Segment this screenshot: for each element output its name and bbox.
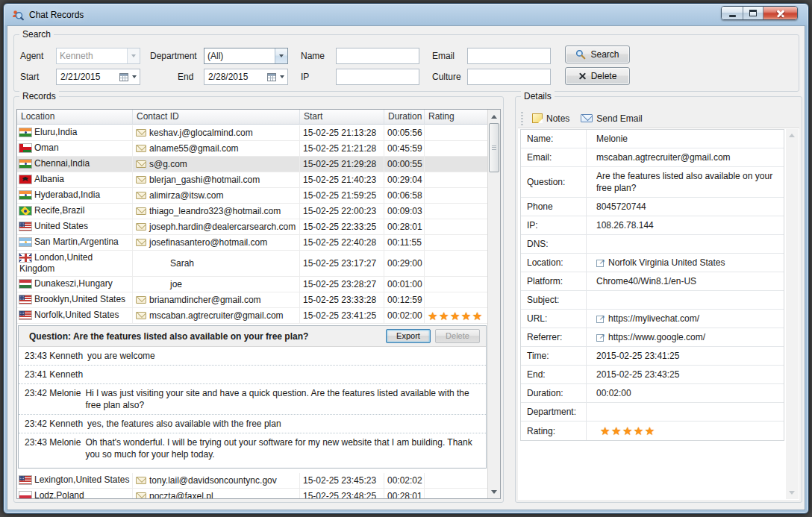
scroll-up-button[interactable] — [488, 110, 500, 122]
table-row[interactable]: London,United Kingdom Sarah 15-02-25 23:… — [17, 251, 487, 277]
detail-field-label: URL: — [521, 310, 587, 328]
export-button[interactable]: Export — [386, 329, 431, 343]
scroll-down-button[interactable] — [488, 486, 500, 498]
table-row[interactable]: Hyderabad,India alimirza@itsw.com 15-02-… — [17, 188, 487, 204]
table-row[interactable]: Lexington,United States tony.lail@davids… — [17, 473, 487, 489]
table-row[interactable]: Norfolk,United States mscaban.agtrecruit… — [17, 308, 487, 324]
maximize-button[interactable] — [743, 7, 763, 19]
table-row[interactable]: Dunakeszi,Hungary joe 15-02-25 23:28:27 … — [17, 277, 487, 292]
detail-field-row: Referrer: https://www.google.com/ — [521, 328, 784, 347]
agent-combobox[interactable]: Kenneth — [56, 48, 140, 64]
detail-field-text: Melonie — [596, 133, 628, 145]
location-text: Brooklyn,United States — [34, 294, 125, 304]
detail-field-value[interactable]: Norfolk Virginia United States — [587, 254, 784, 272]
column-header-start[interactable]: Start — [300, 110, 384, 124]
country-flag-icon — [19, 222, 31, 231]
duration-cell: 00:11:55 — [384, 235, 425, 250]
ip-input[interactable] — [336, 69, 419, 85]
duration-cell: 00:05:56 — [384, 125, 425, 140]
table-row[interactable]: United States joseph.hardin@dealercarsea… — [17, 219, 487, 235]
table-row[interactable]: Brooklyn,United States brianamdincher@gm… — [17, 292, 487, 308]
detail-field-row: Location: Norfolk Virginia United States — [521, 254, 784, 272]
detail-field-value: 00:02:00 — [587, 384, 784, 402]
detail-field-text: 8045720744 — [596, 201, 646, 213]
start-cell: 15-02-25 21:13:28 — [300, 125, 384, 140]
search-icon — [575, 49, 586, 60]
duration-cell: 00:12:59 — [384, 292, 425, 307]
chat-delete-button[interactable]: Delete — [435, 329, 480, 343]
detail-field-label: IP: — [521, 216, 587, 234]
department-combobox[interactable]: (All) — [204, 48, 288, 64]
start-date-picker[interactable]: 2/21/2015 — [56, 69, 140, 85]
detail-field-text: 2015-02-25 23:41:25 — [596, 350, 679, 362]
column-header-duration[interactable]: Duration — [384, 110, 425, 124]
detail-field-label: Department: — [521, 403, 587, 421]
column-header-location[interactable]: Location — [17, 110, 133, 124]
title-bar[interactable]: Chat Records — [4, 4, 808, 23]
detail-field-value[interactable]: https://www.google.com/ — [587, 328, 784, 346]
location-cell: Oman — [17, 141, 133, 156]
location-text: Recife,Brazil — [34, 205, 84, 216]
name-input[interactable] — [336, 48, 419, 64]
notes-button[interactable]: Notes — [528, 112, 573, 125]
table-row[interactable]: Lodz,Poland poczta@faxel.pl 15-02-25 23:… — [17, 489, 487, 499]
client-area: Search Agent Kenneth Department (All) Na… — [7, 25, 805, 510]
culture-input[interactable] — [467, 69, 551, 85]
detail-field-value: 108.26.78.144 — [587, 216, 784, 234]
details-scrollbar[interactable] — [786, 129, 799, 499]
email-icon — [136, 223, 146, 231]
table-row[interactable]: Chennai,India s@g.com 15-02-25 21:29:28 … — [17, 157, 487, 172]
column-header-contact-id[interactable]: Contact ID — [133, 110, 300, 124]
start-cell: 15-02-25 21:29:28 — [300, 157, 384, 172]
contact-text: Sarah — [170, 258, 194, 269]
detail-field-label: End: — [521, 366, 587, 383]
scrollbar-thumb[interactable] — [489, 123, 499, 172]
detail-field-value[interactable]: https://mylivechat.com/ — [587, 310, 784, 328]
email-input[interactable] — [467, 48, 551, 64]
rating-cell — [425, 235, 487, 250]
chat-message-text: yes, the features also available with th… — [87, 418, 484, 430]
chat-message-text: Oh that's wonderful. I will be trying ou… — [85, 436, 484, 460]
delete-x-icon — [578, 72, 587, 81]
close-button[interactable] — [763, 7, 797, 19]
location-text: Lodz,Poland — [34, 490, 84, 499]
detail-field-text: 2015-02-25 23:43:25 — [596, 369, 679, 380]
location-text: Hyderabad,India — [34, 189, 100, 200]
minimize-button[interactable] — [722, 7, 743, 19]
table-row[interactable]: Recife,Brazil thiago_leandro323@hotmail.… — [17, 204, 487, 219]
send-email-button[interactable]: Send Email — [577, 112, 646, 125]
detail-field-text: 00:02:00 — [596, 387, 631, 399]
notes-button-label: Notes — [546, 113, 569, 124]
minimize-icon — [729, 15, 736, 17]
table-row[interactable]: Albania blerjan_gashi@hotmail.com 15-02-… — [17, 172, 487, 188]
search-group-label: Search — [19, 29, 54, 40]
details-toolbar: Notes Send Email — [518, 109, 799, 128]
department-dropdown-arrow-icon — [275, 48, 287, 63]
detail-field-text: https://www.google.com/ — [608, 331, 705, 343]
delete-button[interactable]: Delete — [565, 67, 630, 85]
contact-id-cell: Sarah — [133, 251, 300, 276]
search-button[interactable]: Search — [565, 46, 630, 63]
table-row[interactable]: Oman alname55@gmail.com 15-02-25 21:21:2… — [17, 141, 487, 157]
table-row[interactable]: Eluru,India keshav.j@glocalmind.com 15-0… — [17, 125, 487, 141]
email-icon — [136, 239, 146, 246]
records-scrollbar[interactable] — [487, 110, 500, 498]
detail-field-row: Subject: — [521, 291, 784, 310]
duration-cell: 00:28:01 — [384, 219, 425, 234]
country-flag-icon — [19, 280, 31, 288]
table-row[interactable]: San Martin,Argentina josefinasantero@hot… — [17, 235, 487, 251]
records-table-body: Eluru,India keshav.j@glocalmind.com 15-0… — [17, 125, 487, 498]
end-date-picker[interactable]: 2/28/2015 — [204, 69, 288, 85]
chat-message: 23:41 Kenneth — [19, 366, 486, 384]
location-cell: London,United Kingdom — [17, 251, 133, 276]
contact-text: thiago_leandro323@hotmail.com — [149, 206, 281, 216]
rating-cell — [425, 251, 487, 276]
column-header-rating[interactable]: Rating — [425, 110, 487, 124]
details-group-label: Details — [521, 91, 555, 101]
rating-cell — [425, 277, 487, 292]
scroll-up-icon — [789, 134, 795, 137]
detail-field-text: 108.26.78.144 — [596, 219, 654, 231]
notes-icon — [532, 113, 543, 123]
contact-text: s@g.com — [149, 159, 187, 169]
contact-id-cell: alimirza@itsw.com — [133, 188, 300, 203]
